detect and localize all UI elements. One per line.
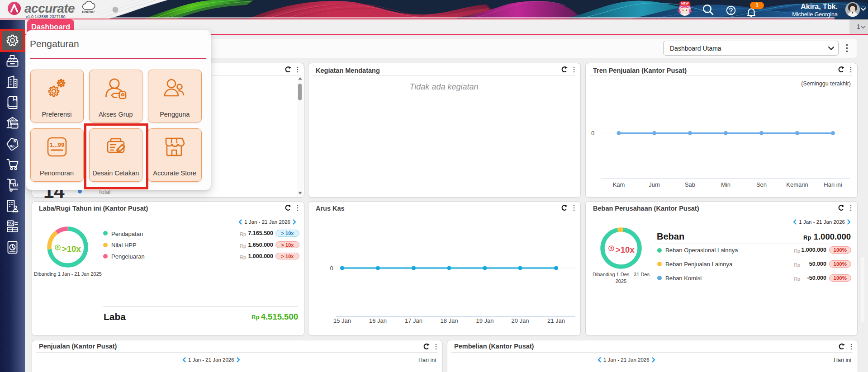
svg-text:17 Jan: 17 Jan bbox=[405, 317, 422, 324]
svg-text:Sen: Sen bbox=[756, 181, 767, 188]
svg-text:19 Jan: 19 Jan bbox=[476, 317, 493, 324]
svg-text:Sab: Sab bbox=[685, 181, 695, 188]
svg-text:0: 0 bbox=[591, 130, 594, 137]
svg-text:Kemarin: Kemarin bbox=[786, 181, 808, 188]
svg-text:0: 0 bbox=[330, 265, 333, 272]
svg-text:online: online bbox=[82, 9, 95, 14]
svg-text:accurate: accurate bbox=[24, 1, 75, 15]
svg-text:NEW: NEW bbox=[681, 2, 689, 5]
svg-text:16 Jan: 16 Jan bbox=[369, 317, 387, 324]
svg-text:Jum: Jum bbox=[649, 181, 660, 188]
svg-text:15 Jan: 15 Jan bbox=[333, 317, 351, 324]
svg-text:Min: Min bbox=[721, 181, 730, 188]
svg-text:TAX: TAX bbox=[8, 222, 14, 225]
svg-text:18 Jan: 18 Jan bbox=[440, 317, 458, 324]
svg-text:Kam: Kam bbox=[613, 181, 625, 188]
svg-text:Hari ini: Hari ini bbox=[824, 181, 842, 188]
svg-text:Rp: Rp bbox=[9, 144, 14, 148]
svg-text:20 Jan: 20 Jan bbox=[511, 317, 529, 324]
svg-text:1...99: 1...99 bbox=[50, 141, 65, 148]
svg-text:21 Jan: 21 Jan bbox=[547, 317, 565, 324]
